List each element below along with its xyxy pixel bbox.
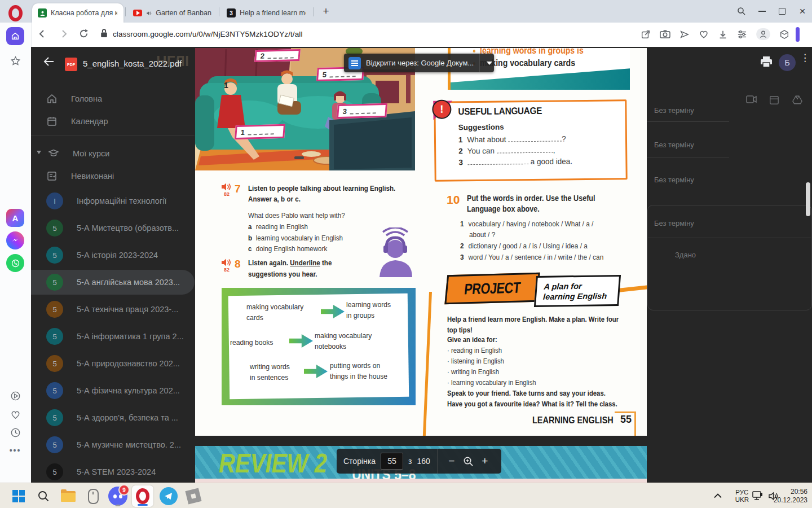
- mouse-settings-icon[interactable]: [82, 485, 104, 507]
- pdf-viewer-overlay: НГЛІ Головна Календар Мої курси Невикона…: [31, 47, 812, 483]
- tab-search-icon[interactable]: [733, 5, 750, 18]
- address-actions: [641, 28, 789, 40]
- project-body: Help a friend learn more English. Make a…: [447, 314, 647, 409]
- flow-to-3: putting words on things in the house: [330, 360, 387, 382]
- pdf-file-icon: PDF: [65, 58, 77, 71]
- discord-icon[interactable]: 9: [107, 485, 129, 507]
- roblox-icon[interactable]: [183, 485, 204, 507]
- sidebar-item-home: Головна: [31, 86, 195, 111]
- zoom-in-button[interactable]: +: [479, 455, 491, 467]
- forward-icon[interactable]: [58, 28, 69, 40]
- zoom-out-button[interactable]: −: [445, 455, 458, 467]
- audio-icon: 82: [221, 258, 232, 273]
- lock-icon[interactable]: [100, 28, 108, 38]
- page-toolbar: Сторінка 55 з 160 − +: [337, 449, 501, 474]
- bookmarks-star-icon[interactable]: [6, 52, 24, 70]
- viewer-more-icon[interactable]: ⋮: [800, 56, 806, 60]
- extensions-cube-icon[interactable]: [779, 29, 789, 40]
- opera-taskbar-icon[interactable]: [132, 485, 153, 507]
- telegram-icon[interactable]: [158, 485, 179, 507]
- viewer-back-icon[interactable]: [42, 55, 56, 68]
- browser-tabstrip: Класна робота для курсу Garten of Banban…: [0, 0, 812, 23]
- taskbar-search-icon[interactable]: [33, 485, 54, 507]
- opera-logo-icon[interactable]: [8, 5, 23, 21]
- course-avatar: 5: [46, 463, 63, 480]
- sidebar-more-icon[interactable]: •••: [6, 441, 24, 459]
- tab-audio-icon: [146, 10, 152, 17]
- course-item: 55-А STEM 2023-2024: [31, 459, 195, 483]
- page-footer-title: LEARNING ENGLISH: [532, 415, 614, 426]
- messenger-icon[interactable]: [6, 231, 24, 249]
- exercise8-line2: suggestions you hear.: [248, 270, 317, 278]
- close-button[interactable]: ×: [794, 5, 811, 18]
- bookmark-heart-icon[interactable]: [699, 29, 709, 39]
- print-icon[interactable]: [760, 56, 773, 68]
- sidebar-item-courses: Мої курси: [31, 141, 195, 166]
- course-avatar: 5: [46, 247, 63, 264]
- flow-from-2: reading books: [230, 337, 273, 348]
- course-item: 55-А музичне мистецтво. 2...: [31, 432, 195, 457]
- flow-from-3: writing words in sentences: [250, 361, 290, 383]
- page-number-input[interactable]: 55: [381, 453, 403, 470]
- exercise10-item-3: 3word / You / a / sentence / in / write …: [460, 253, 603, 261]
- course-avatar: 5: [46, 301, 63, 318]
- account-avatar[interactable]: Б: [779, 54, 796, 71]
- settings-sliders-icon[interactable]: [737, 30, 747, 39]
- course-item: 55-А інформатика 1 група 2...: [31, 324, 195, 349]
- aria-ai-icon[interactable]: A: [6, 209, 24, 227]
- tab-youtube[interactable]: Garten of Banban 6 - Т: [127, 3, 218, 23]
- chevron-down-icon[interactable]: [487, 62, 492, 68]
- start-button[interactable]: [8, 485, 29, 507]
- course-avatar: 5: [46, 382, 63, 399]
- history-clock-icon[interactable]: [6, 423, 24, 441]
- open-with-button[interactable]: Відкрити через: Google Докум...: [344, 54, 494, 72]
- download-icon[interactable]: [718, 29, 728, 40]
- picture-label-stray: 1: [224, 81, 228, 90]
- clock[interactable]: 20:5620.12.2023: [774, 483, 807, 508]
- course-item: 55-А природознавство 202...: [31, 351, 195, 376]
- exercise10-item-2: 2dictionary / good / a / is / Using / id…: [460, 242, 588, 250]
- whatsapp-icon[interactable]: [6, 254, 24, 272]
- due-label: Без терміну: [654, 141, 694, 149]
- share-page-icon[interactable]: [641, 29, 651, 40]
- sidebar-item-calendar: Календар: [31, 109, 195, 134]
- course-avatar: 5: [46, 355, 63, 372]
- course-avatar: 5: [46, 220, 63, 237]
- course-avatar: І: [46, 192, 63, 209]
- language-indicator[interactable]: РУСUKR: [735, 483, 749, 508]
- player-icon[interactable]: [6, 387, 24, 405]
- favorites-heart-icon[interactable]: [6, 405, 24, 423]
- url-text[interactable]: classroom.google.com/u/0/w/NjE3NTY5Mzk1O…: [113, 30, 303, 38]
- new-tab-button[interactable]: +: [319, 5, 333, 18]
- zoom-icon[interactable]: [463, 456, 474, 467]
- project-plan-box: A plan for learning English: [534, 275, 621, 307]
- desktop: Класна робота для курсу Garten of Banban…: [0, 0, 812, 508]
- workspace-home-button[interactable]: [6, 27, 24, 45]
- send-to-device-icon[interactable]: [679, 29, 690, 40]
- restore-button[interactable]: [774, 5, 791, 18]
- chevron-down-icon: [37, 151, 41, 156]
- taskbar: 9 РУСUKR 20:5620.12.2023: [0, 483, 812, 508]
- tray-chevron-icon[interactable]: [714, 483, 722, 508]
- tab-classroom[interactable]: Класна робота для курсу: [32, 3, 123, 23]
- due-label: Без терміну: [654, 106, 694, 115]
- exercise7-option-b: blearning vocabulary in English: [248, 234, 343, 242]
- snapshot-camera-icon[interactable]: [660, 29, 670, 39]
- profile-icon[interactable]: [756, 28, 770, 40]
- course-item: 55-А Мистецтво (образотв...: [31, 216, 195, 240]
- submitted-badge: Здано: [675, 251, 696, 259]
- course-avatar: 5: [46, 409, 63, 426]
- scrollbar-thumb[interactable]: [806, 182, 810, 216]
- tab-title: Help a friend learn more E: [240, 9, 306, 17]
- network-icon[interactable]: [752, 483, 764, 508]
- nav-label: Головна: [71, 94, 102, 103]
- classroom-favicon: [38, 8, 47, 17]
- back-icon[interactable]: [37, 28, 48, 40]
- tab-banban[interactable]: 3 Help a friend learn more E: [221, 3, 311, 23]
- reload-icon[interactable]: [78, 28, 89, 39]
- useful-language-box: ! USEFUL LANGUAGE Suggestions 1What abou…: [434, 99, 627, 182]
- file-explorer-icon[interactable]: [58, 485, 79, 507]
- sidebar-handle[interactable]: [796, 27, 800, 42]
- minimize-button[interactable]: [753, 5, 770, 18]
- useful-item-3: 3 a good idea.: [458, 157, 572, 167]
